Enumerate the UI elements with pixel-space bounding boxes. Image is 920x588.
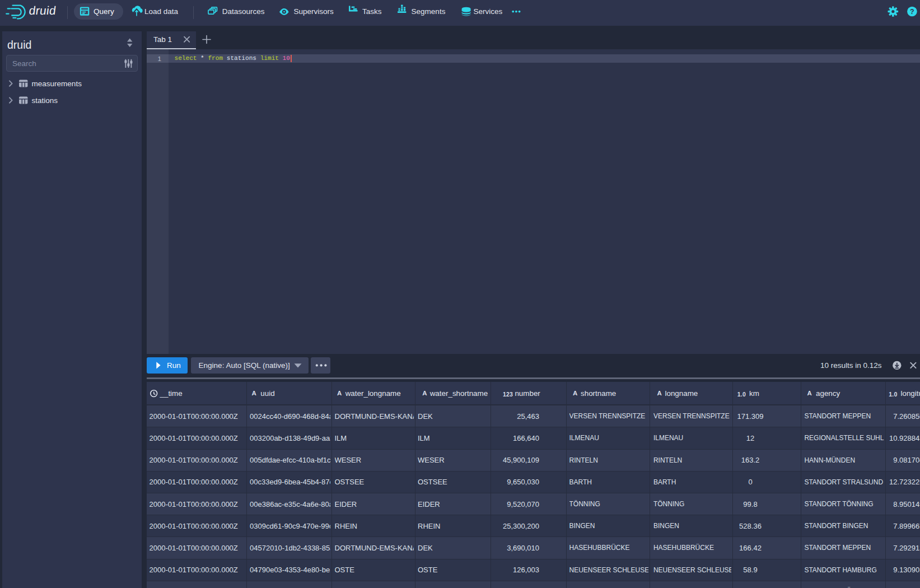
svg-text:?: ? bbox=[910, 8, 914, 16]
